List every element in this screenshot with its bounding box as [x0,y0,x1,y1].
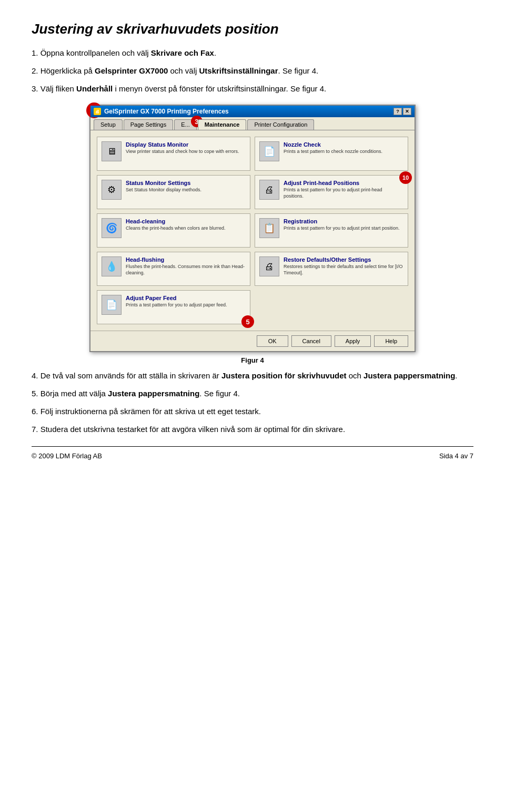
footer-copyright: © 2009 LDM Förlag AB [32,452,102,460]
nozzle-desc: Prints a test pattern to check nozzle co… [284,149,382,155]
figure-label: Figur 4 [241,356,264,364]
dialog-tabs: Setup Page Settings E... 3 Maintenance P… [90,117,415,130]
monitor-settings-title: Status Monitor Settings [126,180,201,186]
badge-5: 5 [241,315,254,328]
cancel-button[interactable]: Cancel [291,335,331,347]
step-6: 6. Följ instruktionerna på skrämen för a… [32,405,473,418]
monitor-settings-text: Status Monitor Settings Set Status Monit… [126,180,201,193]
registration-icon: 📋 [259,218,279,238]
step-number-5: 5. [32,389,38,398]
step-number-7: 7. [32,425,38,434]
tab-maintenance[interactable]: Maintenance [198,119,247,130]
paper-feed-icon: 📄 [102,295,122,315]
dialog-title-text: GelSprinter GX 7000 Printing Preferences [104,108,229,115]
head-cleaning-text: Head-cleaning Cleans the print-heads whe… [126,218,226,232]
step-4: 4. De två val som används för att ställa… [32,369,473,382]
printhead-pos-text: Adjust Print-head Positions Prints a tes… [284,180,403,199]
monitor-settings-desc: Set Status Monitor display methods. [126,187,201,193]
head-flushing-icon: 💧 [102,256,122,276]
step-2: 2. Högerklicka på Gelsprinter GX7000 och… [32,65,473,77]
page-title: Justering av skrivarhuvudets position [32,21,473,37]
printer-dialog: 2 🖨 GelSprinter GX 7000 Printing Prefere… [89,105,416,352]
head-flushing-desc: Flushes the print-heads. Consumes more i… [126,264,246,276]
help-button[interactable]: Help [374,335,408,347]
step-number-6: 6. [32,407,38,416]
maint-item-monitor-settings[interactable]: ⚙ Status Monitor Settings Set Status Mon… [97,175,250,209]
dialog-footer: OK Cancel Apply Help [90,331,415,351]
printhead-pos-title: Adjust Print-head Positions [284,180,403,186]
nozzle-icon: 📄 [259,141,279,161]
restore-text: Restore Defaults/Other Settings Restores… [284,256,403,276]
step-number-3: 3. [32,84,38,93]
printhead-pos-desc: Prints a test pattern for you to adjust … [284,187,403,199]
registration-text: Registration Prints a test pattern for y… [284,218,400,232]
nozzle-text: Nozzle Check Prints a test pattern to ch… [284,141,382,155]
title-buttons[interactable]: ? ✕ [393,108,411,115]
paper-feed-text: Adjust Paper Feed Prints a test pattern … [126,295,227,309]
paper-feed-title: Adjust Paper Feed [126,295,227,301]
restore-title: Restore Defaults/Other Settings [284,256,403,263]
tab-printer-config[interactable]: Printer Configuration [247,119,314,130]
step-3: 3. Välj fliken Underhåll i menyn överst … [32,83,473,95]
step-5: 5. Börja med att välja Justera pappersma… [32,387,473,400]
maint-item-paper-feed[interactable]: 📄 Adjust Paper Feed Prints a test patter… [97,290,250,324]
status-monitor-desc: View printer status and check how to cop… [126,149,239,155]
badge-10: 10 [399,171,412,184]
tab-effects[interactable]: E... 3 [174,119,197,130]
help-button-title[interactable]: ? [393,108,402,115]
maint-item-restore[interactable]: 🖨 Restore Defaults/Other Settings Restor… [255,252,408,286]
maint-item-nozzle[interactable]: 📄 Nozzle Check Prints a test pattern to … [255,137,408,171]
step-number-1: 1. [32,48,38,57]
dialog-title-icon: 🖨 [94,108,101,115]
nozzle-title: Nozzle Check [284,141,382,148]
footer-page-number: Sida 4 av 7 [439,452,473,460]
dialog-titlebar: 🖨 GelSprinter GX 7000 Printing Preferenc… [90,106,415,117]
status-monitor-text: Display Status Monitor View printer stat… [126,141,239,155]
head-cleaning-desc: Cleans the print-heads when colors are b… [126,225,226,232]
maint-item-status-monitor[interactable]: 🖥 Display Status Monitor View printer st… [97,137,250,171]
dialog-body: 🖥 Display Status Monitor View printer st… [90,130,415,331]
figure-container: 2 🖨 GelSprinter GX 7000 Printing Prefere… [32,105,473,364]
apply-button[interactable]: Apply [335,335,371,347]
head-flushing-text: Head-flushing Flushes the print-heads. C… [126,256,246,276]
status-monitor-title: Display Status Monitor [126,141,239,148]
maint-item-head-flushing[interactable]: 💧 Head-flushing Flushes the print-heads.… [97,252,250,286]
title-left: 🖨 GelSprinter GX 7000 Printing Preferenc… [94,108,229,115]
empty-cell [255,290,408,324]
head-flushing-title: Head-flushing [126,256,246,263]
page-footer: © 2009 LDM Förlag AB Sida 4 av 7 [32,446,473,460]
maint-item-head-cleaning[interactable]: 🌀 Head-cleaning Cleans the print-heads w… [97,213,250,248]
restore-icon: 🖨 [259,256,279,276]
tab-setup[interactable]: Setup [94,119,123,130]
tab-page-settings[interactable]: Page Settings [124,119,174,130]
step-1: 1. Öppna kontrollpanelen och välj Skriva… [32,47,473,59]
registration-desc: Prints a test pattern for you to adjust … [284,225,400,232]
step-number-2: 2. [32,66,38,75]
head-cleaning-icon: 🌀 [102,218,122,238]
restore-desc: Restores settings to their defaults and … [284,264,403,276]
close-button-title[interactable]: ✕ [403,108,411,115]
step-7: 7. Studera det utskrivna testarket för a… [32,423,473,436]
monitor-settings-icon: ⚙ [102,180,122,200]
maint-item-printhead-pos[interactable]: 🖨 Adjust Print-head Positions Prints a t… [255,175,408,209]
paper-feed-desc: Prints a test pattern for you to adjust … [126,302,227,309]
registration-title: Registration [284,218,400,224]
head-cleaning-title: Head-cleaning [126,218,226,224]
maint-item-registration[interactable]: 📋 Registration Prints a test pattern for… [255,213,408,248]
maintenance-grid: 🖥 Display Status Monitor View printer st… [97,137,408,324]
ok-button[interactable]: OK [257,335,288,347]
status-monitor-icon: 🖥 [102,141,122,161]
printhead-pos-icon: 🖨 [259,180,279,200]
step-number-4: 4. [32,371,38,380]
